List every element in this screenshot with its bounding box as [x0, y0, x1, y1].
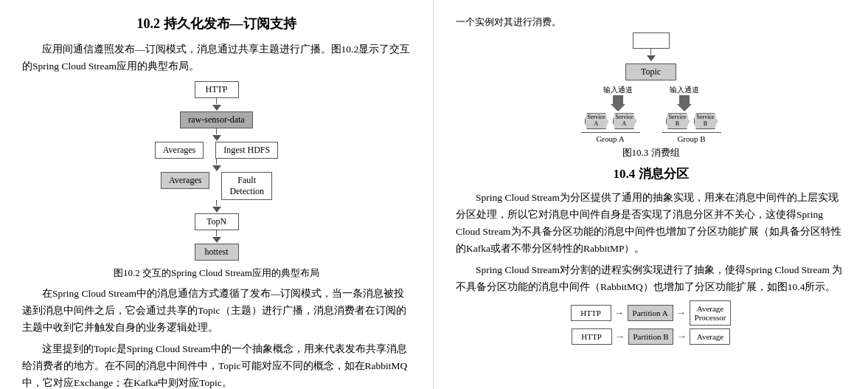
group-b-label: Group B	[662, 132, 721, 143]
right-fig3-caption: 图10.3 消费组	[456, 146, 846, 159]
right-section-title: 10.4 消息分区	[456, 165, 846, 182]
arrow-head-2	[212, 135, 221, 141]
left-diagram: HTTP raw-sensor-data Averages Ingest HDF…	[22, 81, 411, 261]
split-row-1: Averages Ingest HDFS	[155, 142, 278, 159]
branch-averages2: Averages	[161, 172, 209, 189]
input-label-right: 输入通道	[670, 85, 699, 95]
service-row-a: Service A Service A	[585, 113, 636, 129]
arrow-r2: →	[676, 307, 687, 319]
right-para1: Spring Cloud Stream为分区提供了通用的抽象实现，用来在消息中间…	[456, 190, 846, 258]
arrow-r4: →	[676, 331, 687, 342]
hottest-box: hottest	[195, 244, 239, 261]
averages1-box: Averages	[155, 142, 204, 159]
right-arrow-group: 输入通道	[670, 85, 699, 111]
arrow-line-2	[216, 128, 217, 134]
left-para2: 这里提到的Topic是Spring Cloud Stream中的一个抽象概念，用…	[22, 341, 411, 389]
right-para2: Spring Cloud Stream对分割的进程实例实现进行了抽象，使得Spr…	[456, 262, 846, 296]
arrow-head-4	[212, 207, 221, 213]
group-a-label: Group A	[581, 132, 640, 143]
bottom-partition-a-box: Partition A	[628, 305, 673, 321]
averages2-box: Averages	[161, 172, 209, 189]
group-row: Service A Service A Group A Service B Se…	[581, 113, 721, 143]
arrow-line-4	[216, 200, 217, 206]
branch-fault: Fault Detection	[221, 172, 272, 200]
arrow-head-1	[212, 105, 221, 111]
left-fig-caption: 图10.2 交互的Spring Cloud Stream应用的典型布局	[22, 266, 411, 280]
service-a2: Service A	[613, 113, 636, 129]
topic-box: Topic	[625, 63, 676, 80]
ingest-box: Ingest HDFS	[215, 142, 278, 159]
arrow-line-1	[216, 98, 217, 104]
bottom-avg2-box: Average	[690, 328, 730, 345]
service-a1: Service A	[585, 113, 608, 129]
raw-box: raw-sensor-data	[180, 111, 252, 128]
bottom-diagram: HTTP → Partition A → Average Processor	[456, 300, 846, 326]
bottom-http2-box: HTTP	[572, 328, 612, 345]
arrow-line-3	[216, 159, 217, 165]
bottom-partition-b-box: Partition B	[628, 328, 674, 345]
arrows-row: 输入通道 输入通道	[603, 85, 699, 111]
left-section-title: 10.2 持久化发布—订阅支持	[22, 15, 411, 32]
fat-line-right	[679, 95, 690, 104]
fat-head-left	[611, 104, 625, 111]
branch-averages1: Averages	[155, 142, 204, 159]
consumer-group-diagram: Topic 输入通道 输入通道 Service A Service A Grou…	[555, 32, 747, 143]
service-row-b: Service B Service B	[666, 113, 718, 129]
input-label-left: 输入通道	[603, 85, 633, 95]
left-para1: 在Spring Cloud Stream中的消息通信方式遵循了发布—订阅模式，当…	[22, 286, 411, 337]
group-b-col: Service B Service B Group B	[662, 113, 721, 143]
arrow-line-r1	[650, 49, 651, 55]
left-arrow-group: 输入通道	[603, 85, 633, 111]
left-intro: 应用间通信遵照发布—订阅模式，消息通过共享主题进行广播。图10.2显示了交互的S…	[22, 41, 411, 75]
arrow-head-r1	[647, 55, 656, 61]
bottom-avg-box: Average Processor	[690, 300, 732, 326]
arrow-head-5	[212, 237, 221, 243]
fat-head-right	[677, 104, 692, 111]
fault-box: Fault Detection	[221, 172, 272, 200]
left-page: 10.2 持久化发布—订阅支持 应用间通信遵照发布—订阅模式，消息通过共享主题进…	[0, 0, 434, 389]
right-top-text: 一个实例对其进行消费。	[456, 15, 846, 30]
bottom-http1-box: HTTP	[571, 305, 611, 321]
topn-box: TopN	[195, 213, 239, 230]
right-page: 一个实例对其进行消费。 Topic 输入通道 输入通道 Servi	[434, 0, 868, 389]
http-box: HTTP	[195, 81, 239, 98]
split-row-2: Averages Fault Detection	[161, 172, 272, 200]
group-a-col: Service A Service A Group A	[581, 113, 640, 143]
bottom-diagram2: HTTP → Partition B → Average	[456, 328, 846, 345]
service-b1: Service B	[666, 113, 690, 129]
arrow-line-5	[216, 230, 217, 236]
service-b2: Service B	[694, 113, 718, 129]
top-rect	[633, 32, 670, 49]
arrow-r1: →	[614, 307, 625, 319]
fat-line-left	[613, 95, 623, 104]
branch-ingest: Ingest HDFS	[215, 142, 278, 159]
arrow-head-3	[212, 165, 221, 171]
arrow-r3: →	[615, 331, 625, 342]
